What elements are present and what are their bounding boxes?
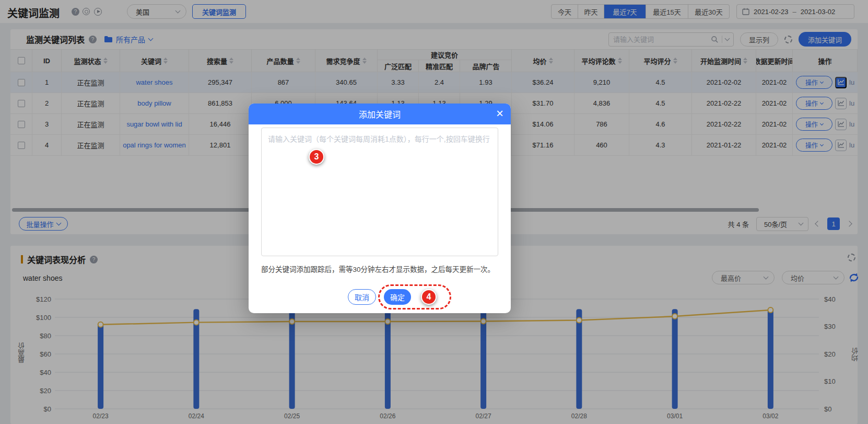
annotation-badge-4: 4 xyxy=(421,289,437,305)
keywords-textarea[interactable] xyxy=(261,128,498,256)
modal-title: 添加关键词 xyxy=(359,108,401,120)
annotation-badge-3: 3 xyxy=(309,149,324,165)
screen: 关键词监测 美国 关键词监测 今天昨天最近7天最近15天最近30天 2021-0… xyxy=(0,0,868,424)
close-icon[interactable] xyxy=(496,106,503,121)
modal-header: 添加关键词 xyxy=(249,104,511,124)
modal-note: 部分关键词添加跟踪后，需等30分钟左右才显示数据，之后每天更新一次。 xyxy=(261,263,495,274)
confirm-button[interactable]: 确定 xyxy=(384,289,411,305)
add-keyword-modal: 添加关键词 部分关键词添加跟踪后，需等30分钟左右才显示数据，之后每天更新一次。… xyxy=(249,104,511,313)
cancel-button[interactable]: 取消 xyxy=(348,289,376,305)
